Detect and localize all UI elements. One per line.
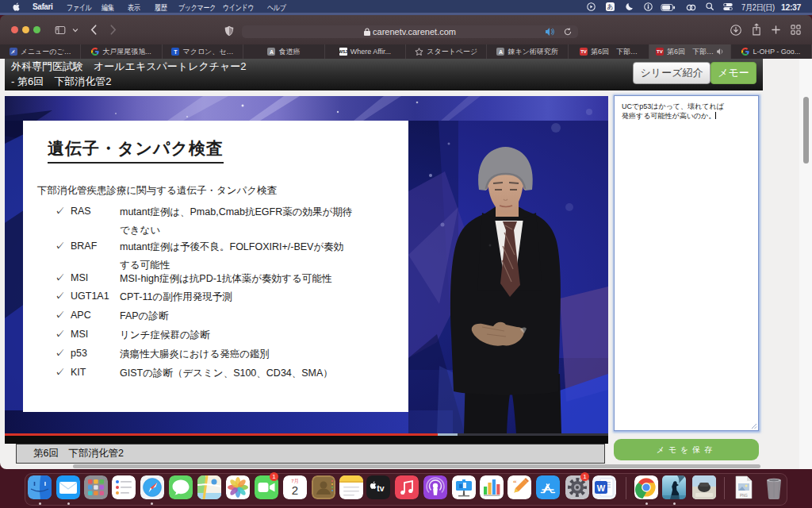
svg-text:“: “ bbox=[513, 479, 517, 487]
svg-text:2: 2 bbox=[292, 483, 298, 497]
svg-text:tv: tv bbox=[377, 483, 384, 493]
svg-text:W: W bbox=[597, 483, 606, 493]
svg-text:PNG: PNG bbox=[740, 494, 748, 498]
